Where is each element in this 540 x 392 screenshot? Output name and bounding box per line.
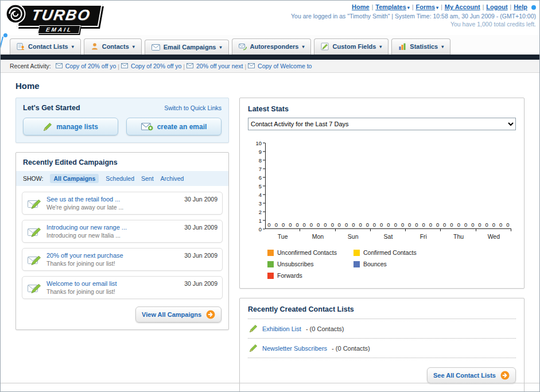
recent-activity-label: Recent Activity: (10, 63, 51, 69)
nav-tab-email-campaigns[interactable]: Email Campaigns▾ (145, 40, 229, 55)
legend-label: Forwards (277, 272, 302, 279)
bar-value-group: 00000 (441, 222, 476, 228)
x-axis-label: Mon (300, 233, 335, 240)
nav-tab-statistics[interactable]: Statistics▾ (391, 38, 450, 55)
footer-divider (1, 383, 539, 383)
campaign-filter-sent[interactable]: Sent (141, 175, 154, 182)
arrow-right-icon (500, 371, 510, 380)
top-link-templates[interactable]: Templates▾ (375, 3, 410, 10)
legend-item: Unsubscribes (267, 261, 353, 267)
manage-lists-button[interactable]: manage lists (23, 118, 118, 135)
bar-value-label: 0 (282, 222, 285, 228)
x-axis-label: Sun (336, 233, 371, 240)
y-axis-label: 3 (259, 200, 262, 207)
bar-value-label: 0 (450, 222, 453, 228)
recent-activity-item[interactable]: Copy of 20% off yo (56, 63, 116, 69)
legend-label: Unsubscribes (277, 261, 314, 267)
login-info: You are logged in as "Timothy Smith" | S… (291, 13, 536, 20)
see-all-contact-lists-button[interactable]: See All Contact Lists (427, 367, 516, 383)
nav-tab-custom-fields[interactable]: Custom Fields▾ (314, 38, 389, 55)
campaign-title-link[interactable]: Welcome to our email list (46, 280, 117, 287)
campaign-filter-tabs: All CampaignsScheduledSentArchived (50, 174, 184, 183)
bar-value-label: 0 (275, 222, 278, 228)
nav-tab-label: Contact Lists (28, 43, 68, 50)
campaign-title-link[interactable]: 20% off your next purchase (46, 252, 123, 259)
top-link-help[interactable]: Help (514, 3, 527, 10)
view-all-campaigns-button[interactable]: View All Campaigns (135, 306, 222, 323)
legend-item: Bounces (353, 261, 440, 267)
campaign-title-link[interactable]: Introducing our new range ... (46, 224, 127, 231)
bar-value-label: 0 (296, 222, 299, 228)
envelope-pencil-icon (27, 281, 42, 295)
campaign-title-row: Welcome to our email list30 Jun 2009 (46, 280, 217, 287)
x-axis-label: Wed (476, 233, 511, 240)
bar-value-label: 0 (373, 222, 376, 228)
campaign-title-link[interactable]: See us at the retail food ... (46, 196, 120, 203)
bar-value-label: 0 (443, 222, 446, 228)
campaign-list-item[interactable]: See us at the retail food ...30 Jun 2009… (22, 192, 223, 215)
nav-tab-label: Custom Fields (332, 43, 376, 50)
bar-value-label: 0 (331, 222, 334, 228)
nav-tab-contacts[interactable]: Contacts▾ (84, 38, 142, 55)
campaign-filter-scheduled[interactable]: Scheduled (106, 175, 134, 182)
logo-secondary-text: EMAIL (38, 25, 81, 34)
chart-x-ticks (265, 229, 511, 231)
separator: | (372, 4, 374, 10)
switch-to-quick-links-link[interactable]: Switch to Quick Links (164, 104, 222, 111)
y-axis-tick: 7 (259, 166, 265, 172)
top-link-forms[interactable]: Forms▾ (415, 3, 438, 10)
contact-activity-chart: 109876543210 000000000000000000000000000… (248, 143, 516, 229)
contact-lists-icon (17, 42, 25, 51)
statistics-icon (398, 42, 406, 51)
bar-value-group: 00000 (266, 222, 301, 228)
bar-value-label: 0 (415, 222, 418, 228)
campaign-subtitle: We're giving away our late ... (46, 204, 217, 211)
envelope-pencil-icon (27, 224, 42, 239)
bar-value-label: 0 (436, 222, 439, 228)
top-link-logout[interactable]: Logout (486, 3, 507, 10)
x-axis-tick (476, 229, 511, 231)
envelope-pencil-icon (27, 196, 42, 211)
contact-list-link[interactable]: Exhibition List (262, 325, 301, 332)
left-column: Let's Get Started Switch to Quick Links … (15, 98, 229, 330)
recent-activity-item[interactable]: Copy of Welcome to (248, 63, 312, 69)
campaign-subtitle: Introducing our new Italia ... (46, 232, 217, 239)
campaign-list-item[interactable]: Welcome to our email list30 Jun 2009Than… (22, 276, 223, 299)
nav-tab-label: Contacts (102, 43, 129, 50)
x-axis-label: Fri (406, 233, 441, 240)
contact-list-items: Exhibition List- (0 Contacts)Newsletter … (248, 319, 516, 358)
legend-label: Confirmed Contacts (363, 249, 417, 256)
top-link-my-account[interactable]: My Account (445, 3, 480, 10)
y-axis-tick: 5 (259, 183, 265, 189)
campaign-title-row: See us at the retail food ...30 Jun 2009 (46, 196, 217, 203)
campaign-filter-all-campaigns[interactable]: All Campaigns (50, 174, 99, 183)
bar-value-label: 0 (338, 222, 341, 228)
recent-activity-item-label: 20% off your next (196, 63, 243, 69)
x-axis-label: Sat (371, 233, 406, 240)
chevron-down-icon: ▾ (436, 5, 438, 10)
chart-legend: Unconfirmed ContactsConfirmed ContactsUn… (267, 249, 516, 279)
campaign-list-item[interactable]: Introducing our new range ...30 Jun 2009… (22, 220, 223, 243)
recent-activity-item[interactable]: 20% off your next (187, 63, 243, 69)
campaign-list-item[interactable]: 20% off your next purchase30 Jun 2009Tha… (22, 248, 223, 271)
nav-tab-contact-lists[interactable]: Contact Lists▾ (10, 38, 81, 55)
legend-label: Unconfirmed Contacts (277, 249, 337, 256)
campaign-filter-archived[interactable]: Archived (161, 175, 184, 182)
email-campaigns-icon (151, 44, 160, 51)
get-started-panel: Let's Get Started Switch to Quick Links … (15, 98, 229, 143)
legend-item: Unconfirmed Contacts (267, 249, 353, 256)
campaign-date: 30 Jun 2009 (184, 252, 217, 259)
create-email-button[interactable]: create an email (126, 118, 222, 135)
top-link-home[interactable]: Home (352, 3, 370, 10)
y-axis-label: 5 (259, 183, 262, 189)
campaign-body: Introducing our new range ...30 Jun 2009… (46, 224, 217, 239)
contact-list-link[interactable]: Newsletter Subscribers (262, 345, 327, 352)
campaign-subtitle: Thanks for joining our list! (46, 288, 217, 295)
stats-period-select[interactable]: Contact Activity for the Last 7 Days (248, 118, 516, 130)
contact-list-row[interactable]: Newsletter Subscribers- (0 Contacts) (248, 339, 516, 358)
separator: | (243, 63, 248, 69)
recent-activity-item[interactable]: Copy of 20% off yo (121, 63, 182, 69)
nav-tab-autoresponders[interactable]: Autoresponders▾ (232, 38, 312, 55)
y-axis-tick: 0 (259, 226, 265, 232)
contact-list-row[interactable]: Exhibition List- (0 Contacts) (248, 319, 516, 339)
